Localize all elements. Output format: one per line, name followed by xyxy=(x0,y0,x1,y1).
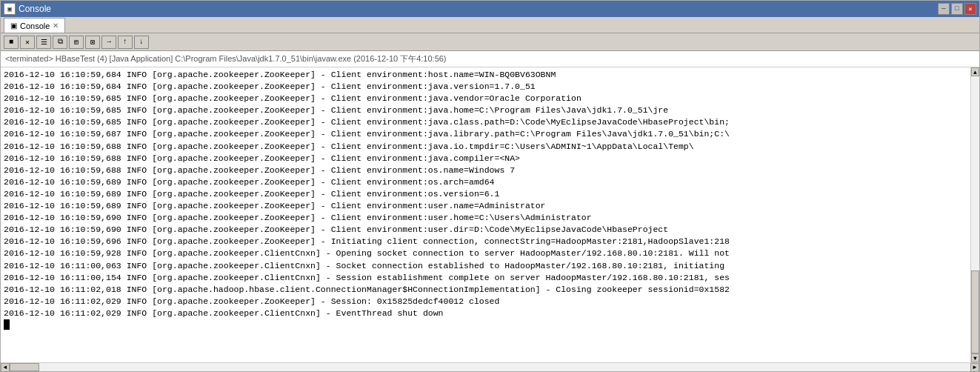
scroll-up-button[interactable]: ▲ xyxy=(971,67,979,76)
log-line: 2016-12-10 16:10:59,687 INFO [org.apache… xyxy=(4,128,967,140)
log-line: 2016-12-10 16:11:00,154 INFO [org.apache… xyxy=(4,272,967,284)
open-button[interactable]: → xyxy=(101,36,116,49)
window-controls: ─ □ ✕ xyxy=(938,3,976,15)
log-line: 2016-12-10 16:10:59,690 INFO [org.apache… xyxy=(4,224,967,236)
log-line: 2016-12-10 16:10:59,684 INFO [org.apache… xyxy=(4,69,967,81)
console-tab[interactable]: ▣ Console ✕ xyxy=(4,18,65,33)
log-line: 2016-12-10 16:11:02,018 INFO [org.apache… xyxy=(4,284,967,296)
scroll-left-button[interactable]: ◄ xyxy=(1,363,10,372)
h-scroll-thumb[interactable] xyxy=(10,363,39,371)
stop-button[interactable]: ■ xyxy=(4,36,19,49)
pin-button[interactable]: ⊞ xyxy=(69,36,84,49)
log-line: 2016-12-10 16:10:59,685 INFO [org.apache… xyxy=(4,116,967,128)
remove-button[interactable]: ✕ xyxy=(20,36,35,49)
console-tab-close[interactable]: ✕ xyxy=(53,21,59,30)
vertical-scrollbar[interactable]: ▲ ▼ xyxy=(970,67,979,362)
console-output[interactable]: 2016-12-10 16:10:59,684 INFO [org.apache… xyxy=(1,67,970,362)
toolbar: ■ ✕ ☰ ⧉ ⊞ ⊠ → ↑ ↓ xyxy=(1,33,979,51)
log-line: 2016-12-10 16:10:59,684 INFO [org.apache… xyxy=(4,81,967,93)
log-line: 2016-12-10 16:10:59,688 INFO [org.apache… xyxy=(4,141,967,153)
horizontal-scrollbar[interactable]: ◄ ► xyxy=(1,362,979,371)
log-line: 2016-12-10 16:10:59,689 INFO [org.apache… xyxy=(4,200,967,212)
prev-button[interactable]: ↑ xyxy=(118,36,133,49)
console-tab-label: Console xyxy=(20,21,50,30)
main-window: ▣ Console ─ □ ✕ ▣ Console ✕ ■ ✕ ☰ ⧉ ⊞ ⊠ … xyxy=(0,0,980,372)
terminated-text: <terminated> HBaseTest (4) [Java Applica… xyxy=(5,54,447,63)
log-line: 2016-12-10 16:10:59,689 INFO [org.apache… xyxy=(4,188,967,200)
scroll-lock-button[interactable]: ⧉ xyxy=(53,36,67,49)
console-tab-icon: ▣ xyxy=(10,21,17,30)
scroll-track[interactable] xyxy=(971,76,979,353)
terminated-bar: <terminated> HBaseTest (4) [Java Applica… xyxy=(1,51,979,67)
view-button[interactable]: ⊠ xyxy=(85,36,100,49)
console-area: 2016-12-10 16:10:59,684 INFO [org.apache… xyxy=(1,67,979,362)
log-line: 2016-12-10 16:10:59,696 INFO [org.apache… xyxy=(4,236,967,248)
clear-button[interactable]: ☰ xyxy=(36,36,51,49)
close-button[interactable]: ✕ xyxy=(964,3,976,15)
log-line: 2016-12-10 16:10:59,685 INFO [org.apache… xyxy=(4,93,967,104)
scroll-thumb[interactable] xyxy=(971,270,979,353)
log-line: 2016-12-10 16:10:59,688 INFO [org.apache… xyxy=(4,165,967,176)
scroll-right-button[interactable]: ► xyxy=(970,363,979,372)
log-line: 2016-12-10 16:11:02,029 INFO [org.apache… xyxy=(4,296,967,308)
log-line: 2016-12-10 16:10:59,928 INFO [org.apache… xyxy=(4,248,967,259)
window-title: Console xyxy=(19,4,938,14)
log-line: 2016-12-10 16:10:59,689 INFO [org.apache… xyxy=(4,176,967,188)
log-line: 2016-12-10 16:11:02,029 INFO [org.apache… xyxy=(4,308,967,319)
log-line: 2016-12-10 16:10:59,685 INFO [org.apache… xyxy=(4,104,967,116)
h-scroll-track[interactable] xyxy=(10,363,970,371)
title-bar: ▣ Console ─ □ ✕ xyxy=(1,1,979,17)
window-icon: ▣ xyxy=(4,3,16,15)
cursor-line xyxy=(4,319,967,330)
log-line: 2016-12-10 16:11:00,063 INFO [org.apache… xyxy=(4,260,967,272)
next-button[interactable]: ↓ xyxy=(134,36,149,49)
minimize-button[interactable]: ─ xyxy=(938,3,950,15)
tab-bar: ▣ Console ✕ xyxy=(1,17,979,33)
scroll-down-button[interactable]: ▼ xyxy=(971,353,979,362)
log-line: 2016-12-10 16:10:59,690 INFO [org.apache… xyxy=(4,212,967,224)
maximize-button[interactable]: □ xyxy=(951,3,963,15)
log-line: 2016-12-10 16:10:59,688 INFO [org.apache… xyxy=(4,153,967,165)
text-cursor xyxy=(4,319,10,330)
